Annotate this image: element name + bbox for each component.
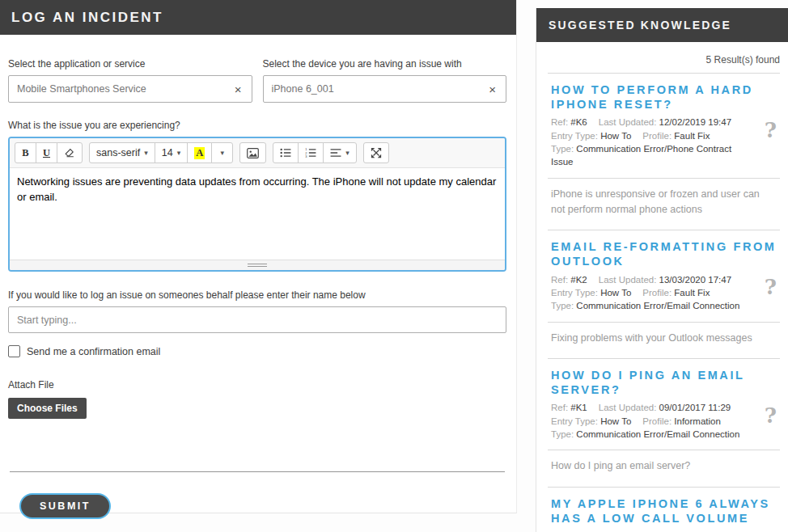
- chevron-down-icon: ▾: [345, 149, 350, 157]
- submit-button[interactable]: SUBMIT: [19, 493, 111, 519]
- knowledge-panel-title: SUGGESTED KNOWLEDGE: [536, 8, 788, 42]
- updated-value: 12/02/2019 19:47: [659, 117, 732, 127]
- knowledge-item: MY APPLE IPHONE 6 ALWAYS HAS A LOW CALL …: [551, 496, 780, 532]
- entry-type-value: How To: [600, 416, 631, 426]
- divider: [548, 358, 780, 359]
- font-size-value: 14: [162, 147, 173, 158]
- help-question-icon[interactable]: ?: [765, 405, 777, 426]
- service-field-label: Select the application or service: [8, 58, 252, 70]
- chevron-down-icon: ▾: [220, 149, 224, 157]
- bold-button[interactable]: B: [15, 142, 36, 163]
- chevron-down-icon: ▾: [177, 149, 181, 157]
- profile-value: Fault Fix: [674, 131, 710, 141]
- profile-label: Profile:: [642, 416, 671, 426]
- font-color-button[interactable]: A: [187, 142, 212, 163]
- underline-button[interactable]: U: [36, 142, 57, 163]
- confirmation-email-checkbox[interactable]: [8, 345, 20, 357]
- ref-label: Ref:: [551, 117, 568, 127]
- log-incident-panel: LOG AN INCIDENT Select the application o…: [0, 0, 517, 513]
- updated-value: 13/03/2020 17:47: [659, 275, 732, 285]
- type-label: Type:: [551, 429, 574, 439]
- type-value: Communication Error/Phone Contract Issue: [551, 144, 731, 167]
- fullscreen-arrows-icon: [371, 147, 382, 158]
- ordered-list-icon: 123: [305, 148, 316, 158]
- knowledge-item: HOW TO PERFORM A HARD IPHONE RESET? ? Re…: [551, 82, 780, 230]
- unordered-list-button[interactable]: [273, 142, 299, 163]
- profile-label: Profile:: [642, 288, 671, 298]
- unordered-list-icon: [280, 148, 291, 158]
- updated-label: Last Updated:: [599, 403, 657, 412]
- ref-value: #K2: [570, 275, 587, 285]
- service-select-value: Mobile Smartphones Service: [17, 83, 233, 95]
- suggested-knowledge-panel: SUGGESTED KNOWLEDGE 5 Result(s) found HO…: [536, 8, 788, 532]
- paragraph-align-dropdown[interactable]: ▾: [323, 142, 357, 163]
- knowledge-item-description: How do I ping an email server?: [551, 450, 780, 486]
- type-value: Communication Error/Email Connection: [576, 301, 739, 310]
- updated-label: Last Updated:: [599, 117, 657, 127]
- knowledge-item: HOW DO I PING AN EMAIL SERVER? ? Ref: #K…: [551, 368, 780, 487]
- clear-formatting-button[interactable]: [57, 142, 83, 163]
- updated-value: 09/01/2017 11:29: [659, 403, 731, 412]
- chevron-down-icon: ▾: [144, 149, 148, 157]
- clear-icon[interactable]: ×: [487, 83, 498, 95]
- choose-files-button[interactable]: Choose Files: [8, 398, 87, 419]
- attach-file-label: Attach File: [8, 379, 506, 391]
- incident-form: Select the application or service Mobile…: [0, 35, 516, 519]
- device-select-value: iPhone 6_001: [272, 83, 488, 95]
- issue-text-area[interactable]: Networking issues are preventing data up…: [10, 168, 505, 260]
- help-question-icon[interactable]: ?: [765, 120, 777, 141]
- font-family-dropdown[interactable]: sans-serif ▾: [89, 142, 155, 163]
- editor-toolbar: B U sans-serif ▾ 14 ▾: [10, 138, 505, 168]
- ref-value: #K1: [570, 403, 587, 412]
- issue-editor-label: What is the issue you are experiencing?: [8, 120, 506, 131]
- entry-type-label: Entry Type:: [551, 416, 598, 426]
- knowledge-item-title-link[interactable]: HOW TO PERFORM A HARD IPHONE RESET?: [551, 82, 780, 112]
- knowledge-item-description: iPhone is unresponsive or frozen and use…: [551, 179, 780, 230]
- knowledge-item-title-link[interactable]: MY APPLE IPHONE 6 ALWAYS HAS A LOW CALL …: [551, 496, 780, 526]
- entry-type-label: Entry Type:: [551, 288, 598, 298]
- behalf-name-input[interactable]: [8, 306, 506, 333]
- rich-text-editor: B U sans-serif ▾ 14 ▾: [8, 137, 506, 272]
- knowledge-item-description: Fixing problems with your Outlook messag…: [551, 323, 780, 358]
- device-field-label: Select the device you are having an issu…: [263, 58, 507, 70]
- svg-text:3: 3: [305, 154, 307, 158]
- divider: [548, 487, 780, 488]
- type-label: Type:: [551, 144, 574, 154]
- knowledge-item-meta: Ref: #K1Last Updated: 09/01/2017 11:29 E…: [551, 401, 780, 441]
- service-select[interactable]: Mobile Smartphones Service ×: [8, 75, 252, 103]
- knowledge-item: EMAIL RE-FORMATTING FROM OUTLOOK ? Ref: …: [551, 239, 780, 358]
- device-field-group: Select the device you are having an issu…: [263, 58, 507, 103]
- updated-label: Last Updated:: [599, 275, 657, 285]
- form-divider: [10, 471, 505, 472]
- profile-value: Fault Fix: [674, 288, 710, 298]
- knowledge-item-meta: Ref: #K6Last Updated: 12/02/2019 19:47 E…: [551, 116, 780, 168]
- ordered-list-button[interactable]: 123: [298, 142, 324, 163]
- ref-label: Ref:: [551, 275, 568, 285]
- knowledge-item-title-link[interactable]: EMAIL RE-FORMATTING FROM OUTLOOK: [551, 239, 780, 268]
- type-label: Type:: [551, 301, 574, 310]
- editor-resize-handle[interactable]: [10, 260, 505, 270]
- clear-icon[interactable]: ×: [233, 83, 244, 95]
- behalf-field-label: If you would like to log an issue on som…: [8, 289, 506, 301]
- drag-handle-icon: [248, 264, 267, 267]
- page-title: LOG AN INCIDENT: [0, 0, 516, 35]
- type-value: Communication Error/Email Connection: [576, 429, 739, 439]
- knowledge-item-meta: Ref: #K2Last Updated: 13/03/2020 17:47 E…: [551, 273, 780, 313]
- help-question-icon[interactable]: ?: [765, 277, 777, 298]
- divider: [548, 230, 780, 230]
- knowledge-list: HOW TO PERFORM A HARD IPHONE RESET? ? Re…: [536, 73, 788, 532]
- fullscreen-button[interactable]: [363, 142, 389, 163]
- align-left-icon: [330, 148, 341, 158]
- service-field-group: Select the application or service Mobile…: [8, 58, 252, 103]
- font-color-dropdown[interactable]: ▾: [211, 142, 233, 163]
- device-select[interactable]: iPhone 6_001 ×: [263, 75, 507, 103]
- font-size-dropdown[interactable]: 14 ▾: [155, 142, 188, 163]
- ref-label: Ref:: [551, 403, 568, 412]
- insert-image-button[interactable]: [239, 142, 266, 163]
- knowledge-item-title-link[interactable]: HOW DO I PING AN EMAIL SERVER?: [551, 368, 780, 397]
- confirmation-email-label: Send me a confirmation email: [27, 346, 160, 357]
- profile-value: Information: [674, 416, 721, 426]
- font-family-value: sans-serif: [96, 147, 140, 158]
- ref-value: #K6: [570, 117, 587, 127]
- image-icon: [247, 148, 259, 158]
